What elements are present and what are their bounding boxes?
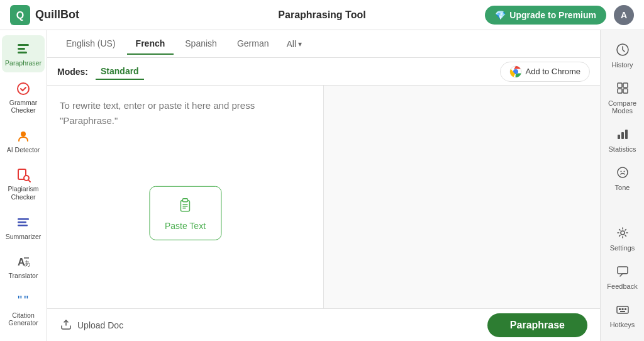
sidebar-item-grammar-checker[interactable]: Grammar Checker: [2, 75, 45, 120]
left-sidebar: Paraphraser Grammar Checker AI Detector: [0, 30, 47, 341]
sidebar-label-summarizer: Summarizer: [6, 233, 42, 241]
settings-icon: [616, 226, 630, 243]
svg-rect-11: [18, 221, 26, 223]
tab-english-us[interactable]: English (US): [57, 33, 125, 55]
svg-rect-39: [618, 267, 628, 274]
paste-text-button[interactable]: Paste Text: [149, 186, 221, 240]
svg-text:Q: Q: [16, 10, 24, 21]
header-actions: 💎 Upgrade to Premium A: [485, 5, 634, 25]
history-icon: [616, 43, 630, 60]
svg-point-5: [18, 83, 29, 94]
svg-point-6: [21, 131, 26, 137]
tone-icon: [616, 165, 630, 182]
right-item-compare-modes[interactable]: Compare Modes: [602, 76, 643, 120]
bottom-bar: Upload Doc Paraphrase: [47, 308, 600, 341]
add-to-chrome-label: Add to Chrome: [526, 67, 580, 76]
logo-text: QuillBot: [35, 8, 79, 21]
sidebar-label-paraphraser: Paraphraser: [5, 59, 42, 67]
paste-icon: [177, 196, 194, 217]
svg-point-37: [623, 171, 625, 172]
grammar-checker-icon: [14, 80, 32, 98]
right-item-settings[interactable]: Settings: [602, 221, 643, 257]
hotkeys-icon: [616, 303, 630, 320]
upgrade-button[interactable]: 💎 Upgrade to Premium: [485, 6, 606, 25]
svg-rect-10: [18, 218, 29, 220]
chevron-down-icon: ▾: [298, 40, 302, 48]
right-item-hotkeys[interactable]: Hotkeys: [602, 298, 643, 333]
upload-doc-button[interactable]: Upload Doc: [60, 318, 123, 332]
right-item-tone[interactable]: Tone: [602, 160, 643, 196]
svg-rect-2: [18, 44, 29, 46]
sidebar-item-citation-generator[interactable]: " " Citation Generator: [2, 288, 45, 332]
svg-rect-43: [625, 308, 626, 310]
add-to-chrome-button[interactable]: Add to Chrome: [500, 62, 590, 82]
sidebar-label-translator: Translator: [9, 272, 38, 280]
sidebar-item-ai-detector[interactable]: AI Detector: [2, 122, 45, 159]
svg-rect-33: [621, 132, 624, 139]
right-sidebar: History Compare Modes Stati: [600, 30, 644, 341]
paraphrase-button[interactable]: Paraphrase: [487, 313, 587, 337]
plagiarism-checker-icon: [14, 166, 32, 184]
compare-modes-icon: [616, 81, 630, 98]
svg-rect-31: [623, 89, 628, 93]
sidebar-item-paraphraser[interactable]: Paraphraser: [2, 35, 45, 72]
svg-rect-42: [621, 308, 623, 310]
paste-text-label: Paste Text: [165, 221, 206, 231]
quillbot-logo-icon: Q: [10, 5, 30, 25]
tab-german[interactable]: German: [228, 33, 278, 55]
page-title: Paraphrasing Tool: [278, 9, 365, 21]
ai-detector-icon: [14, 127, 32, 145]
modes-label: Modes:: [57, 67, 88, 77]
svg-point-36: [620, 171, 621, 172]
right-label-history: History: [611, 61, 633, 69]
right-label-settings: Settings: [610, 244, 635, 252]
diamond-icon: 💎: [495, 10, 506, 20]
editor-right-panel: [324, 86, 600, 308]
editor-container: Paste Text: [47, 86, 600, 308]
svg-rect-34: [625, 130, 628, 139]
header: Q QuillBot Paraphrasing Tool 💎 Upgrade t…: [0, 0, 644, 30]
right-label-statistics: Statistics: [608, 145, 636, 153]
content-area: English (US) French Spanish German All ▾…: [47, 30, 600, 341]
language-tabs: English (US) French Spanish German All ▾: [47, 30, 600, 58]
svg-line-9: [28, 180, 30, 182]
svg-rect-30: [618, 89, 622, 93]
tab-spanish[interactable]: Spanish: [176, 33, 226, 55]
chrome-icon: [509, 65, 522, 78]
svg-rect-4: [18, 52, 27, 53]
mode-bar-left: Modes: Standard: [57, 64, 144, 80]
editor-left-panel: Paste Text: [47, 86, 324, 308]
logo: Q QuillBot: [10, 5, 79, 25]
tab-french[interactable]: French: [127, 33, 174, 55]
summarizer-icon: [14, 214, 32, 232]
right-item-feedback[interactable]: Feedback: [602, 259, 643, 295]
paraphraser-icon: [14, 40, 32, 58]
sidebar-item-translator[interactable]: A あ Translator: [2, 248, 45, 285]
svg-rect-29: [623, 83, 628, 87]
right-item-statistics[interactable]: Statistics: [602, 122, 643, 158]
right-label-hotkeys: Hotkeys: [610, 321, 635, 328]
svg-point-35: [618, 167, 628, 177]
svg-rect-3: [18, 48, 25, 50]
svg-rect-23: [183, 199, 188, 202]
svg-rect-12: [18, 225, 28, 226]
sidebar-label-plagiarism-checker: Plagiarism Checker: [6, 185, 41, 201]
sidebar-item-summarizer[interactable]: Summarizer: [2, 209, 45, 246]
right-label-tone: Tone: [615, 184, 630, 191]
right-label-feedback: Feedback: [607, 282, 637, 290]
upload-doc-label: Upload Doc: [77, 320, 123, 330]
citation-generator-icon: " ": [14, 293, 32, 310]
svg-rect-32: [618, 135, 620, 139]
upload-icon: [60, 318, 72, 332]
tab-all[interactable]: All ▾: [280, 34, 308, 54]
statistics-icon: [616, 127, 630, 144]
avatar[interactable]: A: [614, 5, 634, 25]
sidebar-item-plagiarism-checker[interactable]: Plagiarism Checker: [2, 161, 45, 206]
mode-standard[interactable]: Standard: [96, 64, 144, 80]
svg-point-38: [621, 231, 625, 235]
sidebar-item-quillbot-flow[interactable]: QuillBot Flow: [2, 335, 45, 341]
svg-rect-41: [619, 308, 621, 310]
svg-rect-28: [618, 83, 622, 87]
right-item-history[interactable]: History: [602, 38, 643, 74]
translator-icon: A あ: [14, 253, 32, 271]
